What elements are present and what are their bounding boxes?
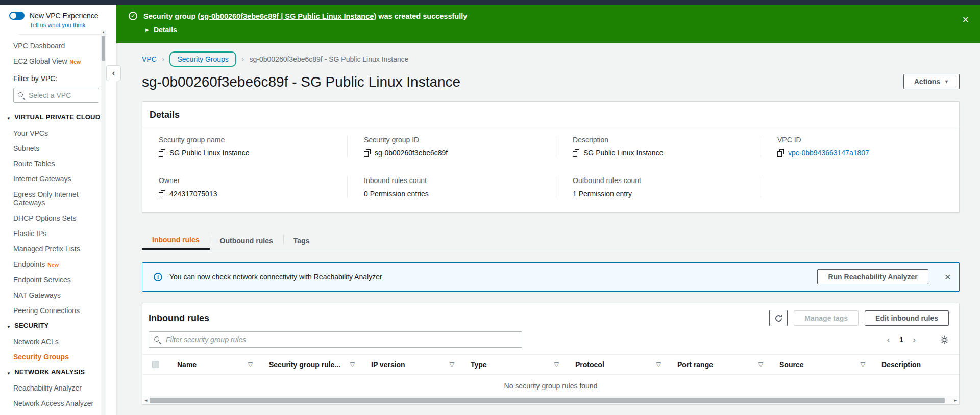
- breadcrumb: VPC › Security Groups › sg-0b00260f3ebe6…: [142, 50, 960, 68]
- search-icon: [18, 92, 24, 99]
- sidebar-item-peering-connections[interactable]: Peering Connections: [13, 306, 106, 315]
- info-icon: i: [154, 273, 162, 281]
- sidebar-item-dhcp-options-sets[interactable]: DHCP Options Sets: [13, 214, 106, 223]
- sidebar-item-endpoint-services[interactable]: Endpoint Services: [13, 276, 106, 284]
- section-header-vpc[interactable]: ▼ VIRTUAL PRIVATE CLOUD: [7, 113, 106, 122]
- filter-icon[interactable]: ▽: [350, 361, 355, 368]
- tab-inbound-rules[interactable]: Inbound rules: [142, 231, 210, 250]
- feedback-link[interactable]: Tell us what you think: [30, 22, 107, 28]
- filter-icon[interactable]: ▽: [861, 361, 865, 368]
- global-top-bar: [0, 0, 980, 5]
- sidebar-item-security-groups[interactable]: Security Groups: [13, 353, 106, 361]
- tab-outbound-rules[interactable]: Outbound rules: [210, 231, 283, 250]
- breadcrumb-security-groups[interactable]: Security Groups: [177, 55, 228, 63]
- sidebar-item-egress-only-internet-gateways[interactable]: Egress Only Internet Gateways: [13, 190, 106, 208]
- sidebar-item-managed-prefix-lists[interactable]: Managed Prefix Lists: [13, 245, 106, 253]
- scroll-up-icon[interactable]: ▲: [101, 30, 106, 34]
- sidebar-item-vpc-dashboard[interactable]: VPC Dashboard: [13, 42, 106, 50]
- page-next-icon[interactable]: ›: [913, 334, 916, 345]
- flash-close-icon[interactable]: ×: [962, 15, 969, 25]
- manage-tags-button[interactable]: Manage tags: [794, 310, 859, 326]
- inbound-rules-panel: Inbound rules Manage tags Edit inbound r…: [142, 303, 960, 405]
- chevron-down-icon: ▼: [944, 79, 949, 84]
- details-card-title: Details: [142, 102, 959, 127]
- inbound-rules-title: Inbound rules: [149, 313, 209, 324]
- copy-icon[interactable]: [777, 149, 784, 157]
- scroll-left-icon[interactable]: ◄: [144, 398, 148, 403]
- filter-icon[interactable]: ▽: [248, 361, 253, 368]
- edit-inbound-rules-button[interactable]: Edit inbound rules: [865, 310, 949, 326]
- sidebar-collapse-handle[interactable]: ‹: [106, 65, 121, 81]
- filter-icon[interactable]: ▽: [554, 361, 559, 368]
- new-badge: New: [70, 59, 81, 65]
- success-check-icon: ✓: [129, 12, 137, 20]
- refresh-button[interactable]: [769, 310, 788, 326]
- field-empty: [761, 176, 959, 198]
- page-prev-icon[interactable]: ‹: [887, 334, 890, 345]
- settings-gear-icon[interactable]: [940, 335, 949, 344]
- rules-filter-box[interactable]: [149, 331, 522, 348]
- sidebar-item-elastic-ips[interactable]: Elastic IPs: [13, 229, 106, 238]
- run-reachability-analyzer-button[interactable]: Run Reachability Analyzer: [817, 269, 928, 284]
- info-banner-text: You can now check network connectivity w…: [169, 273, 810, 281]
- select-all-checkbox[interactable]: [152, 361, 159, 368]
- breadcrumb-separator-icon: ›: [162, 54, 165, 64]
- main-content: VPC › Security Groups › sg-0b00260f3ebe6…: [116, 43, 980, 415]
- horizontal-scrollbar-thumb[interactable]: [150, 398, 945, 403]
- column-header-type: Type▽: [462, 355, 567, 374]
- vpc-id-link[interactable]: vpc-0bb943663147a1807: [788, 149, 869, 157]
- search-icon: [154, 336, 161, 343]
- scroll-right-icon[interactable]: ►: [953, 398, 958, 403]
- copy-icon[interactable]: [159, 149, 165, 157]
- actions-button[interactable]: Actions ▼: [903, 74, 960, 89]
- collapse-icon: ‹: [112, 68, 115, 79]
- new-experience-toggle[interactable]: [9, 12, 24, 20]
- section-header-security[interactable]: ▼ SECURITY: [7, 322, 106, 331]
- column-header-security-group-rule: Security group rule...▽: [261, 355, 363, 374]
- breadcrumb-vpc[interactable]: VPC: [142, 55, 157, 63]
- field-security-group-id: Security group ID sg-0b00260f3ebe6c89f: [347, 136, 556, 157]
- new-experience-label: New VPC Experience: [30, 12, 99, 20]
- sidebar-scrollbar[interactable]: ▲: [101, 30, 106, 415]
- reachability-info-banner: i You can now check network connectivity…: [142, 262, 960, 292]
- vpc-filter-input[interactable]: [29, 91, 87, 99]
- sidebar-item-subnets[interactable]: Subnets: [13, 144, 106, 153]
- tab-tags[interactable]: Tags: [283, 231, 320, 250]
- sidebar-item-reachability-analyzer[interactable]: Reachability Analyzer: [13, 384, 106, 393]
- security-group-link[interactable]: sg-0b00260f3ebe6c89f | SG Public Linux I…: [200, 12, 374, 20]
- field-vpc-id: VPC ID vpc-0bb943663147a1807: [761, 136, 959, 157]
- copy-icon[interactable]: [159, 190, 165, 197]
- column-header-ip-version: IP version▽: [363, 355, 462, 374]
- sidebar-item-internet-gateways[interactable]: Internet Gateways: [13, 175, 106, 184]
- rules-filter-input[interactable]: [166, 335, 517, 344]
- chevron-down-icon: ▼: [7, 368, 11, 377]
- filter-icon[interactable]: ▽: [450, 361, 454, 368]
- sidebar-item-endpoints[interactable]: EndpointsNew: [13, 260, 106, 269]
- info-close-icon[interactable]: ×: [945, 271, 951, 283]
- filter-icon[interactable]: ▽: [656, 361, 661, 368]
- sidebar-scrollbar-thumb[interactable]: [102, 36, 105, 61]
- pagination: ‹ 1 ›: [887, 334, 916, 345]
- column-header-protocol: Protocol▽: [567, 355, 669, 374]
- horizontal-scrollbar[interactable]: ◄ ►: [143, 396, 959, 404]
- expander-icon: ▶: [145, 27, 149, 32]
- sidebar-item-route-tables[interactable]: Route Tables: [13, 160, 106, 168]
- section-header-network-analysis[interactable]: ▼ NETWORK ANALYSIS: [7, 368, 106, 377]
- success-flashbar: ✓ Security group (sg-0b00260f3ebe6c89f |…: [116, 5, 980, 43]
- vpc-filter-box[interactable]: [13, 88, 99, 103]
- flash-message: Security group (sg-0b00260f3ebe6c89f | S…: [143, 12, 467, 20]
- page-number[interactable]: 1: [899, 335, 903, 344]
- flash-details-expander[interactable]: ▶ Details: [116, 20, 980, 34]
- vpc-sidebar: New VPC Experience Tell us what you thin…: [0, 5, 116, 415]
- field-outbound-rules-count: Outbound rules count 1 Permission entry: [556, 176, 761, 198]
- sidebar-item-network-access-analyzer[interactable]: Network Access Analyzer: [13, 399, 106, 408]
- filter-icon[interactable]: ▽: [758, 361, 763, 368]
- chevron-down-icon: ▼: [7, 322, 11, 331]
- sidebar-item-ec2-global-view[interactable]: EC2 Global ViewNew: [13, 57, 106, 66]
- sidebar-item-network-acls[interactable]: Network ACLs: [13, 338, 106, 346]
- sidebar-item-nat-gateways[interactable]: NAT Gateways: [13, 291, 106, 300]
- copy-icon[interactable]: [364, 149, 371, 157]
- copy-icon[interactable]: [573, 149, 579, 157]
- breadcrumb-focus-ring: Security Groups: [169, 51, 236, 67]
- sidebar-item-your-vpcs[interactable]: Your VPCs: [13, 129, 106, 138]
